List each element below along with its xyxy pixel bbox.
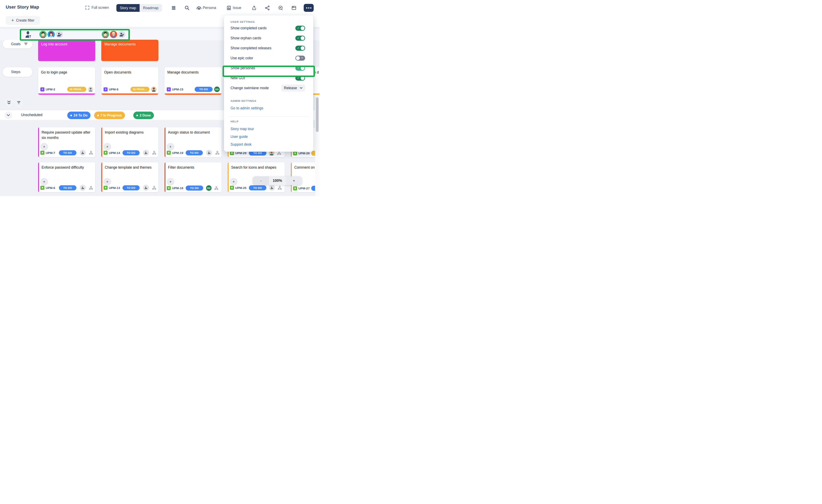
hierarchy-icon[interactable] [214,186,219,190]
story-card[interactable]: Require password update after six months… [38,127,95,157]
avatar-persona-man-2[interactable] [102,31,109,38]
menu-item-show-completed-releases[interactable]: Show completed releases [231,45,305,51]
add-card-button[interactable]: + [166,178,174,186]
add-persona-button[interactable] [56,31,63,38]
add-card-button[interactable]: + [230,178,238,186]
status-badge[interactable]: TO DO [249,185,267,190]
story-card[interactable]: Assign status to document + UPM-19 TO DO [164,127,222,157]
scrollbar-thumb[interactable] [316,97,319,132]
step-card[interactable]: Open documents UPM-9 IN PROG... [101,67,158,95]
status-badge[interactable]: TO DO [186,186,203,191]
status-badge[interactable]: TO DO [194,87,213,92]
hierarchy-icon[interactable] [215,150,220,155]
hierarchy-icon[interactable] [152,186,156,190]
assign-persona-icon[interactable] [206,150,212,156]
support-desk-link[interactable]: Support desk [231,142,252,147]
step-card-partial[interactable]: n d [313,67,320,95]
swimlane-mode-select[interactable]: Release [281,85,305,92]
status-badge[interactable]: TO DO [186,150,203,155]
step-card[interactable]: Go to login page UPM-2 IN PROG... [38,67,95,95]
hierarchy-icon[interactable] [89,150,93,155]
story-map-tour-link[interactable]: Story map tour [231,127,254,131]
issue-label[interactable]: Issue [233,6,241,10]
collapse-release-button[interactable] [4,111,12,119]
status-badge[interactable]: TO DO [59,185,76,190]
story-card[interactable]: Enforce password difficulty + UPM-6 TO D… [38,162,95,192]
tab-roadmap[interactable]: Roadmap [140,4,162,12]
tab-story-map[interactable]: Story map [116,4,140,12]
add-card-button[interactable]: + [166,143,174,150]
add-card-button[interactable]: + [103,178,111,186]
toggle-new-gui[interactable] [295,76,305,81]
menu-item-show-completed-cards[interactable]: Show completed cards [231,25,305,31]
persona-icon[interactable] [196,5,201,11]
status-badge[interactable]: IN PROG... [130,87,149,92]
menu-item-use-epic-color[interactable]: Use epic color [231,55,305,61]
go-to-admin-settings-link[interactable]: Go to admin settings [231,106,263,110]
step-card[interactable]: Manage documents UPM-15 TO DO DD [164,67,222,95]
avatar-persona-man[interactable] [39,31,47,38]
todo-count-pill[interactable]: 24 To Do [67,112,90,119]
steps-lane-pill[interactable]: Steps [3,67,32,77]
issue-key: UPM-28 [298,152,310,155]
status-badge[interactable]: TO DO [59,150,76,155]
more-options-button[interactable] [304,4,314,12]
card-title: Assign status to document [164,127,222,135]
add-card-button[interactable]: + [40,178,48,186]
toggle-show-orphan-cards[interactable] [295,36,305,41]
toggle-show-personas[interactable] [295,66,305,71]
add-card-button[interactable]: + [103,143,111,150]
goal-card[interactable]: Manage documents [101,40,158,61]
user-guide-link[interactable]: User guide [231,135,248,139]
toggle-show-completed-releases[interactable] [295,46,305,51]
menu-item-show-personas[interactable]: Show personas [231,65,305,71]
hierarchy-icon[interactable] [89,186,93,190]
page-title: User Story Map [6,4,39,10]
menu-item-show-orphan-cards[interactable]: Show orphan cards [231,35,305,41]
release-name: Unscheduled [21,113,42,117]
done-count-pill[interactable]: 2 Done [133,112,154,119]
story-card[interactable]: Change template and themes + UPM-13 TO D… [101,162,158,192]
status-badge[interactable]: IN PROG... [67,87,86,92]
toggle-show-completed-cards[interactable] [295,26,305,31]
board-filter-button[interactable] [14,98,23,107]
persona-filter-icon[interactable] [24,30,33,39]
share-icon[interactable] [265,5,270,11]
assign-persona-icon[interactable] [143,185,149,191]
goal-card[interactable]: Log into account [38,40,95,61]
status-badge[interactable]: TO DO [311,186,315,191]
hierarchy-icon[interactable] [152,150,156,155]
card-title: Go to login page [38,67,95,75]
collapse-all-button[interactable] [4,98,13,107]
avatar-persona-elder[interactable] [110,31,117,38]
panel-icon[interactable] [291,5,297,11]
fullscreen-button[interactable]: Full screen [85,5,109,10]
assign-persona-icon[interactable] [269,185,275,191]
search-icon[interactable] [184,5,190,11]
add-card-button[interactable]: + [40,143,48,150]
status-badge[interactable]: TO DO [122,185,140,190]
hierarchy-icon[interactable] [278,186,282,190]
avatar-persona-woman[interactable] [47,31,55,38]
add-persona-button-2[interactable] [118,31,125,38]
swimlane-rows-icon[interactable] [171,5,176,11]
status-badge[interactable]: TO DO [122,150,140,155]
fullscreen-icon [85,5,90,10]
story-card[interactable]: Filter documents + UPM-18 TO DO DD [164,162,222,192]
zoom-out-button[interactable]: - [253,176,269,185]
zoom-in-button[interactable]: + [286,176,302,185]
vertical-scrollbar[interactable] [315,95,320,196]
assign-persona-icon[interactable] [80,185,86,191]
menu-item-new-gui[interactable]: New GUI [231,75,305,81]
story-card[interactable]: Import existing diagrams + UPM-14 TO DO [101,127,158,157]
issue-icon[interactable] [226,5,232,11]
toggle-use-epic-color[interactable] [295,56,305,61]
create-filter-button[interactable]: + Create filter [6,16,40,25]
feedback-icon[interactable] [278,5,283,11]
goals-lane-pill[interactable]: Goals [3,40,32,48]
persona-label[interactable]: Persona [203,6,216,10]
assign-persona-icon[interactable] [143,150,149,156]
export-icon[interactable] [252,5,257,11]
inprogress-count-pill[interactable]: 7 In Progress [94,112,125,119]
assign-persona-icon[interactable] [80,150,86,156]
